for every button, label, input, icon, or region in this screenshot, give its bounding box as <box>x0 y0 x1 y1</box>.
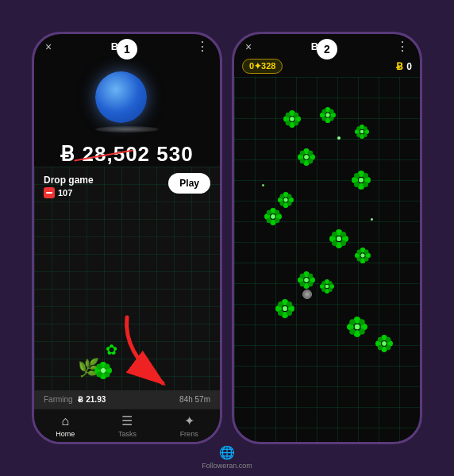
svg-point-46 <box>300 151 305 155</box>
phone-2: 2 × Blum ⋮ 0✦328 Ƀ 0 <box>232 32 422 444</box>
blob-area <box>34 56 220 132</box>
svg-point-139 <box>359 328 365 335</box>
blob-shadow <box>95 126 159 132</box>
game-flower-3 <box>355 125 369 142</box>
svg-point-70 <box>284 198 288 202</box>
game-area <box>234 77 420 442</box>
sparkle-3 <box>371 218 373 221</box>
frens-icon: ✦ <box>184 413 194 428</box>
svg-point-98 <box>357 257 362 262</box>
svg-point-147 <box>386 337 391 342</box>
svg-point-120 <box>325 285 329 289</box>
score-display: Ƀ 28,502 530 <box>60 142 193 167</box>
drop-game-label: Drop game 107 <box>44 175 94 198</box>
svg-point-109 <box>308 282 313 286</box>
step-2-badge: 2 <box>317 39 337 60</box>
svg-point-150 <box>382 341 387 346</box>
svg-point-57 <box>363 173 368 178</box>
svg-point-110 <box>304 278 309 282</box>
phone-1-content: Ƀ 28,502 530 Drop game <box>34 56 220 442</box>
badge-red-inner <box>46 192 52 194</box>
score-pill: 0✦328 <box>242 59 283 74</box>
svg-point-17 <box>294 113 298 117</box>
game-flower-11 <box>320 279 334 297</box>
btc-icon: Ƀ <box>396 60 403 72</box>
svg-point-146 <box>378 337 383 342</box>
svg-point-78 <box>267 218 271 223</box>
svg-point-27 <box>329 109 334 114</box>
svg-point-137 <box>359 319 365 325</box>
svg-point-48 <box>300 159 305 163</box>
svg-point-59 <box>363 182 368 187</box>
tasks-icon: ☰ <box>121 413 133 428</box>
phone-1-more-icon[interactable]: ⋮ <box>196 39 209 54</box>
phone-1-close-icon[interactable]: × <box>45 40 52 53</box>
phone-2-close-icon[interactable]: × <box>245 40 252 53</box>
game-flower-7 <box>264 208 282 228</box>
svg-point-119 <box>329 288 333 292</box>
svg-point-5 <box>97 364 102 370</box>
svg-point-80 <box>271 214 275 219</box>
svg-point-127 <box>287 301 292 307</box>
bottom-nav: ⌂ Home ☰ Tasks ✦ Frens <box>34 409 220 442</box>
btc-value: 0 <box>406 61 412 72</box>
svg-point-38 <box>356 133 360 137</box>
svg-point-58 <box>354 182 360 187</box>
svg-point-60 <box>359 178 364 182</box>
svg-point-108 <box>300 282 305 286</box>
svg-point-99 <box>364 257 369 262</box>
svg-point-79 <box>275 218 279 223</box>
svg-point-18 <box>286 121 290 125</box>
svg-point-39 <box>364 133 367 137</box>
flower-2: ✿ <box>106 341 117 359</box>
svg-point-88 <box>332 240 337 246</box>
svg-point-77 <box>275 210 279 215</box>
farming-amount: Ƀ 21.93 <box>78 395 106 404</box>
svg-point-106 <box>300 274 305 278</box>
svg-point-90 <box>337 236 341 241</box>
svg-point-89 <box>340 240 346 246</box>
svg-point-40 <box>360 130 364 134</box>
svg-point-29 <box>329 117 334 121</box>
svg-point-26 <box>322 109 327 114</box>
frens-label: Frens <box>180 430 198 438</box>
svg-point-76 <box>267 210 271 215</box>
svg-point-116 <box>321 281 325 285</box>
game-grid-bg <box>234 77 420 442</box>
svg-point-68 <box>280 202 285 206</box>
game-bottom-section: Drop game 107 🌿 ✿ <box>34 167 220 442</box>
home-label: Home <box>56 430 75 438</box>
sparkle-2 <box>262 184 264 186</box>
watermark-text: Followeran.com <box>202 462 252 470</box>
svg-point-140 <box>355 324 360 330</box>
step-1-badge: 1 <box>117 39 137 60</box>
svg-point-7 <box>97 372 102 378</box>
nav-home[interactable]: ⌂ Home <box>56 414 75 438</box>
svg-point-128 <box>278 310 283 316</box>
svg-point-56 <box>354 173 360 178</box>
svg-point-87 <box>340 232 346 237</box>
farming-bar: Farming Ƀ 21.93 84h 57m <box>34 390 220 409</box>
farming-label: Farming Ƀ 21.93 <box>44 395 106 404</box>
svg-point-118 <box>321 288 325 292</box>
svg-point-149 <box>386 345 391 350</box>
game-flower-5 <box>352 171 371 193</box>
svg-point-117 <box>329 281 333 285</box>
game-flower-8 <box>329 229 348 251</box>
phone-1: 1 × Blum ⋮ <box>32 32 222 444</box>
phone-2-more-icon[interactable]: ⋮ <box>396 39 409 54</box>
svg-point-129 <box>287 310 292 316</box>
game-flower-2 <box>320 107 336 126</box>
nav-frens[interactable]: ✦ Frens <box>180 413 198 438</box>
game-flower-9 <box>355 248 371 267</box>
svg-point-9 <box>101 368 106 373</box>
svg-point-107 <box>308 274 313 278</box>
nav-tasks[interactable]: ☰ Tasks <box>118 413 137 438</box>
play-button[interactable]: Play <box>168 173 210 194</box>
drop-game-badge: 107 <box>44 187 94 198</box>
blue-blob <box>95 71 147 123</box>
watermark-globe-icon: 🌐 <box>219 445 235 460</box>
svg-point-148 <box>378 345 383 350</box>
game-flower-13 <box>347 317 367 340</box>
watermark: 🌐 Followeran.com <box>202 445 252 470</box>
